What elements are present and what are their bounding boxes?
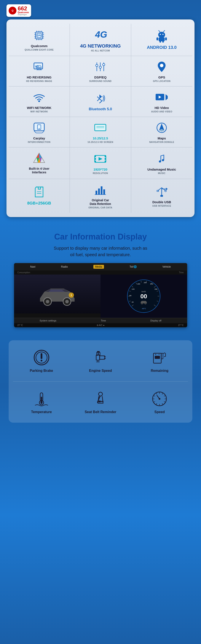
- feature-gps: GPS GPS LOCATION: [131, 56, 192, 86]
- feature-car-data: Original Car Data Retention ORIGINAL CAR…: [70, 179, 131, 213]
- svg-marker-48: [166, 94, 168, 100]
- usb-title: Double USB: [152, 200, 171, 204]
- svg-line-154: [162, 393, 163, 394]
- qualcomm-badge: Q 662 Qualcomm snapdragon: [6, 4, 31, 17]
- info-remaining: E F Remaining: [131, 344, 188, 377]
- chip-brand: Qualcomm: [18, 11, 29, 14]
- svg-text:160: 160: [137, 283, 140, 285]
- usb-subtitle: USB INTERFACE: [152, 205, 171, 207]
- screen-icon: [93, 121, 107, 135]
- maps-title: Maps: [158, 136, 166, 140]
- cpu-title: Qualcomm: [31, 44, 48, 48]
- wifi-title: WIFI NETWORK: [27, 106, 52, 110]
- svg-point-76: [159, 160, 161, 162]
- screen-right: 40 80 120 160 200 240 280 km/h 00: [100, 274, 187, 318]
- svg-point-124: [144, 302, 146, 304]
- svg-text:00: 00: [140, 293, 147, 300]
- svg-point-166: [159, 398, 160, 400]
- speedometer-container: 40 80 120 160 200 240 280 km/h 00: [126, 279, 161, 314]
- resolution-icon: [93, 152, 107, 166]
- svg-rect-136: [97, 351, 100, 352]
- android-icon: [155, 29, 168, 43]
- tab-media[interactable]: Media: [93, 265, 104, 269]
- info-temperature: Temperature: [13, 386, 70, 418]
- feature-hd-video: HD Video AUDIO AND VIDEO: [131, 86, 192, 117]
- feature-wifi: WIFI NETWORK WIFI NETWORK: [9, 86, 70, 117]
- feature-carplay: Carplay INTERCONNECTION: [9, 117, 70, 148]
- usb-icon: [155, 184, 168, 198]
- svg-rect-29: [162, 41, 164, 42]
- svg-line-24: [164, 30, 165, 32]
- svg-rect-25: [159, 38, 165, 41]
- svg-line-163: [154, 396, 155, 396]
- tab-navi: Navi: [30, 265, 36, 268]
- svg-rect-131: [100, 356, 105, 359]
- hd-reversing-title: HD REVERSING: [27, 76, 52, 79]
- svg-rect-27: [165, 38, 167, 40]
- svg-point-53: [39, 128, 40, 129]
- svg-rect-75: [104, 160, 106, 162]
- svg-line-157: [164, 402, 165, 402]
- time-label: Time: [179, 271, 184, 274]
- svg-rect-58: [96, 125, 105, 130]
- svg-line-46: [97, 99, 100, 101]
- hd-video-subtitle: AUDIO AND VIDEO: [151, 110, 172, 113]
- feature-builtin: Built-in 4 User Interfaces: [9, 148, 70, 179]
- svg-rect-82: [101, 186, 102, 194]
- svg-rect-130: [96, 355, 100, 360]
- qualcomm-logo: Q: [9, 7, 16, 14]
- row-divider: [13, 381, 188, 382]
- svg-point-40: [96, 64, 98, 66]
- feature-dsp: DSP/EQ SURROUND SOUND: [70, 56, 131, 86]
- car-data-title: Original Car Data Retention: [90, 198, 111, 206]
- status-temp-right: 27 °C: [178, 324, 184, 326]
- screen-title: 10.25/12.5: [93, 136, 108, 140]
- svg-rect-141: [155, 356, 160, 359]
- svg-line-160: [156, 403, 157, 404]
- music-title: Undamaged Music: [148, 168, 176, 172]
- svg-line-155: [164, 396, 165, 396]
- svg-marker-69: [98, 157, 102, 160]
- svg-text:km/h: km/h: [142, 290, 146, 293]
- feature-4g: 4G 4G NETWORKING 4G ALL NETCOM: [70, 24, 131, 56]
- cpu-icon: CPU: [32, 28, 46, 42]
- feature-hd-reversing: HD HD REVERSING HD REVERSING IMAGE: [9, 56, 70, 86]
- status-ac: ⚙ A/C ●: [96, 324, 104, 326]
- svg-point-41: [99, 66, 101, 68]
- car-screen-image: Navi Radio Media Tel/🌐 Vehicle Consumpti…: [14, 263, 187, 327]
- svg-rect-28: [160, 41, 161, 42]
- hd-video-title: HD Video: [154, 106, 169, 110]
- info-speed: Speed: [131, 386, 188, 418]
- consumption-label: Consumption: [18, 271, 30, 274]
- info-engine-speed: Engine Speed: [72, 344, 129, 377]
- wifi-subtitle: WIFI NETWORK: [30, 110, 48, 113]
- car-info-title: Car Information Display: [4, 232, 197, 242]
- svg-line-23: [159, 30, 160, 32]
- footer-settings[interactable]: System settings: [40, 319, 56, 322]
- status-temp-left: 27 °C: [18, 324, 23, 326]
- svg-text:i: i: [71, 293, 72, 297]
- hd-video-icon: [155, 90, 168, 104]
- info-parking-brake: Parking Brake: [13, 344, 70, 377]
- svg-point-42: [103, 64, 105, 66]
- svg-point-77: [162, 159, 164, 161]
- svg-point-21: [160, 34, 161, 35]
- svg-rect-81: [98, 188, 100, 194]
- footer-display[interactable]: Display off: [150, 319, 162, 322]
- engine-icon: [92, 349, 109, 366]
- screen-header: Navi Radio Media Tel/🌐 Vehicle: [14, 263, 187, 270]
- car-data-icon: [93, 183, 107, 197]
- feature-bluetooth: Bluetooth 5.0: [70, 86, 131, 117]
- gps-title: GPS: [158, 76, 165, 79]
- svg-rect-74: [104, 158, 106, 160]
- android-title: ANDROID 13.0: [147, 45, 176, 50]
- storage-icon: [32, 185, 46, 199]
- feature-cpu: CPU: [9, 24, 70, 56]
- tab-vehicle: Vehicle: [162, 265, 171, 268]
- svg-point-89: [165, 190, 166, 192]
- svg-rect-73: [104, 156, 106, 157]
- car-info-desc: Support to display many car information,…: [4, 245, 197, 258]
- storage-title: 8GB+256GB: [27, 201, 51, 206]
- seat-belt-label: Seat Belt Reminder: [85, 410, 116, 414]
- temperature-icon: [33, 390, 50, 408]
